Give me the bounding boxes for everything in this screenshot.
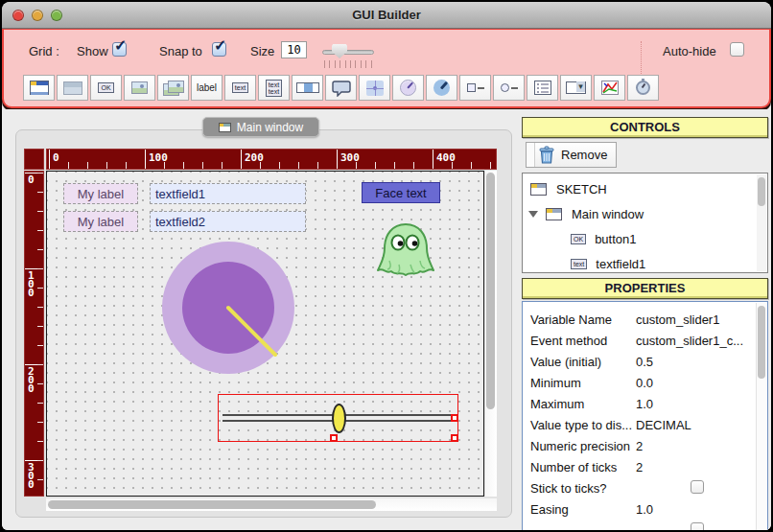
property-row-easing[interactable]: Easing1.0 (530, 499, 742, 520)
tree-item-button1[interactable]: OK button1 (523, 226, 756, 251)
images-icon[interactable] (157, 75, 189, 101)
textarea-icon[interactable]: texttext (258, 75, 290, 101)
label2-widget[interactable]: My label (63, 211, 138, 232)
stick-to-ticks-checkbox[interactable] (691, 480, 704, 494)
textfield-icon: text (571, 259, 587, 269)
window-icon[interactable] (23, 75, 55, 101)
ruler-corner (24, 149, 44, 170)
tree-scrollbar[interactable] (757, 174, 766, 271)
property-row-numeric-precision[interactable]: Numeric precision2 (530, 436, 742, 457)
checkbox-icon[interactable] (459, 75, 491, 101)
custom-slider-selection[interactable] (218, 394, 458, 442)
knob-widget[interactable] (161, 241, 295, 375)
v-scrollbar-thumb[interactable] (486, 173, 495, 409)
canvas-horizontal-scrollbar[interactable] (46, 498, 497, 511)
combobox-icon[interactable] (560, 75, 592, 101)
properties-scrollbar[interactable] (756, 303, 766, 530)
size-input[interactable] (281, 41, 307, 58)
main-window-tab-label: Main window (237, 121, 303, 134)
face-button-widget[interactable]: Face text (362, 182, 440, 203)
grid-label: Grid : (29, 44, 59, 58)
vertical-ruler: 0 100 200 300 (24, 171, 44, 497)
property-row-stick-to-ticks[interactable]: Stick to ticks? (530, 478, 742, 499)
knob-dark-icon[interactable] (426, 75, 457, 101)
autohide-label: Auto-hide (663, 44, 716, 58)
property-row-variable-name[interactable]: Variable Namecustom_slider1 (530, 310, 742, 331)
slider-thumb[interactable] (332, 404, 346, 433)
v-ruler-label: 300 (25, 460, 37, 489)
balloon-icon[interactable] (325, 75, 357, 101)
resize-handle-right[interactable] (451, 414, 458, 422)
crosshair-icon[interactable] (359, 75, 390, 101)
ok-button-icon: OK (571, 234, 586, 244)
window-title: GUI Builder (2, 8, 771, 22)
size-slider[interactable] (322, 35, 374, 68)
autohide-checkbox[interactable] (730, 42, 744, 57)
main-content: Main window 0 100 200 300 400 0 100 200 … (2, 109, 771, 530)
v-ruler-ticks (37, 173, 43, 496)
snap-checkbox[interactable] (212, 42, 226, 57)
textfield1-widget[interactable]: textfield1 (150, 183, 306, 204)
design-canvas[interactable]: My label textfield1 Face text My label t… (46, 171, 484, 497)
properties-header: PROPERTIES (522, 278, 768, 299)
toolbar-grip (527, 143, 535, 167)
expander-arrow-icon[interactable] (528, 211, 538, 218)
size-slider-track[interactable] (322, 50, 374, 55)
property-row-minimum[interactable]: Minimum0.0 (530, 373, 742, 394)
h-scrollbar-thumb[interactable] (48, 500, 376, 509)
properties-scrollbar-thumb[interactable] (758, 306, 765, 379)
property-row-number-of-ticks[interactable]: Number of ticks2 (530, 457, 742, 478)
controls-header: CONTROLS (522, 117, 768, 138)
timer-icon[interactable] (627, 75, 659, 101)
panel-icon[interactable] (57, 75, 88, 101)
tree-scrollbar-thumb[interactable] (758, 177, 765, 206)
window-icon (219, 123, 231, 132)
chart-icon[interactable] (594, 75, 625, 101)
size-label: Size (250, 44, 274, 58)
tree-item-main-window[interactable]: Main window (523, 201, 756, 226)
ghost-image-widget[interactable] (376, 222, 435, 278)
property-row-value-initial[interactable]: Value (initial)0.5 (530, 352, 742, 373)
ok-button-icon[interactable]: OK (90, 75, 122, 101)
property-row-value-type[interactable]: Value type to dis...DECIMAL (530, 415, 742, 436)
horizontal-ruler: 0 100 200 300 400 (46, 149, 497, 170)
window-icon (530, 183, 547, 196)
tree-item-textfield1[interactable]: text textfield1 (523, 251, 756, 276)
app-window: GUI Builder Grid : Show Snap to Size Aut… (2, 2, 771, 530)
list-icon[interactable] (527, 75, 558, 101)
property-row-partial[interactable] (530, 520, 742, 530)
grid-toolbar: Grid : Show Snap to Size Auto-hide OK la… (2, 29, 771, 108)
resize-handle-bottom-right[interactable] (451, 434, 458, 442)
designer-panel: 0 100 200 300 400 0 100 200 300 My label… (15, 129, 512, 518)
remove-button-label: Remove (558, 148, 616, 162)
size-slider-thumb[interactable] (332, 44, 347, 58)
knob-light-icon[interactable] (392, 75, 424, 101)
property-row-maximum[interactable]: Maximum1.0 (530, 394, 742, 415)
resize-handle-bottom[interactable] (330, 434, 338, 442)
progressbar-icon[interactable] (292, 75, 323, 101)
v-ruler-label: 0 (25, 173, 37, 184)
screen: GUI Builder Grid : Show Snap to Size Aut… (0, 0, 773, 532)
size-slider-ticks (324, 60, 372, 68)
partial-row-checkbox[interactable] (691, 522, 704, 530)
label1-widget[interactable]: My label (63, 183, 138, 204)
window-icon (546, 208, 562, 220)
canvas-vertical-scrollbar[interactable] (485, 171, 497, 497)
trash-icon (535, 145, 558, 165)
image-icon[interactable] (124, 75, 155, 101)
widget-palette: OK label text texttext (23, 75, 659, 101)
remove-button[interactable]: Remove (526, 142, 617, 168)
h-ruler-ticks (49, 162, 496, 169)
label-icon[interactable]: label (191, 75, 223, 101)
property-row-event-method[interactable]: Event methodcustom_slider1_c... (530, 331, 742, 352)
controls-tree: SKETCH Main window OK button1 text textf… (522, 173, 768, 273)
title-bar: GUI Builder (2, 2, 771, 29)
snap-label: Snap to (159, 44, 202, 58)
radio-icon[interactable] (493, 75, 525, 101)
textfield-icon[interactable]: text (224, 75, 256, 101)
properties-table: Variable Namecustom_slider1 Event method… (522, 301, 768, 530)
tree-item-sketch[interactable]: SKETCH (523, 176, 756, 201)
main-window-tab[interactable]: Main window (202, 117, 319, 137)
textfield2-widget[interactable]: textfield2 (150, 211, 306, 232)
show-checkbox[interactable] (112, 42, 127, 57)
